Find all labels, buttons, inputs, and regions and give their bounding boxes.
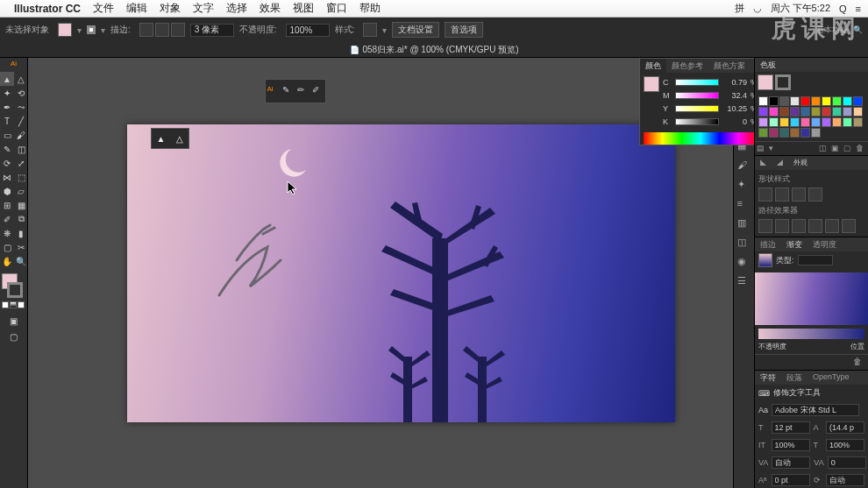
width-tool[interactable]: ⋈ (0, 170, 14, 184)
stroke-tab[interactable]: 描边 (755, 237, 781, 251)
swatch-item[interactable] (853, 96, 863, 106)
pathfinder-2-icon[interactable] (775, 187, 789, 202)
m-slider[interactable] (675, 92, 719, 99)
swatch-item[interactable] (758, 117, 768, 127)
swatch-item[interactable] (843, 107, 852, 117)
lasso-tool[interactable]: ⟲ (14, 86, 28, 100)
rect-tool[interactable]: ▭ (0, 128, 14, 142)
swatch-item[interactable] (779, 96, 789, 106)
rotate-tool[interactable]: ⟳ (0, 156, 14, 170)
line-tool[interactable]: ╱ (14, 114, 28, 128)
swatch-item[interactable] (811, 117, 821, 127)
screen-mode-full-icon[interactable]: ▢ (7, 329, 21, 343)
rotation-input[interactable] (826, 474, 864, 486)
para-tab[interactable]: 段落 (781, 371, 808, 385)
menu-view[interactable]: 视图 (293, 1, 314, 16)
float-tool-2-icon[interactable]: ✏ (297, 85, 309, 97)
symbol-sprayer-tool[interactable]: ❋ (0, 226, 14, 240)
leading-input[interactable] (826, 421, 864, 434)
pathfinder-4-icon[interactable] (808, 187, 822, 202)
strip-appearance-icon[interactable]: ◉ (737, 256, 751, 270)
strip-brushes-icon[interactable]: 🖌 (737, 159, 751, 173)
swatch-item[interactable] (769, 96, 779, 106)
swatch-item[interactable] (843, 96, 852, 106)
float-direct-selection-tool[interactable]: △ (170, 129, 189, 148)
type-tool[interactable]: T (0, 114, 14, 128)
c-slider[interactable] (675, 79, 719, 86)
wifi-icon[interactable]: ◡ (753, 3, 762, 14)
appearance-tab[interactable]: 外观 (788, 156, 813, 170)
magic-wand-tool[interactable]: ✦ (0, 86, 14, 100)
color-tab[interactable]: 颜色 (640, 59, 666, 73)
search-icon[interactable]: Q (839, 4, 847, 14)
swatch-item[interactable] (800, 96, 810, 106)
swatch-options-icon[interactable]: ◫ (819, 144, 829, 154)
fill-swatch[interactable] (58, 23, 72, 37)
swatch-item[interactable] (758, 128, 768, 138)
color-themes-tab[interactable]: 颜色方案 (708, 59, 751, 73)
gradient-mode-icon[interactable] (10, 301, 17, 308)
style-dropdown-icon[interactable]: ▾ (382, 25, 387, 35)
style-swatch[interactable] (363, 23, 377, 37)
pathfinder-3-icon[interactable] (792, 187, 806, 202)
menu-object[interactable]: 对象 (160, 1, 181, 16)
perspective-tool[interactable]: ▱ (14, 184, 28, 198)
swatch-menu-icon[interactable]: ▾ (769, 144, 779, 154)
stroke-weight-input[interactable] (190, 24, 234, 37)
hand-tool[interactable]: ✋ (0, 254, 14, 268)
stroke-swatch[interactable] (87, 25, 96, 34)
grad-delete-icon[interactable]: 🗑 (853, 357, 865, 369)
swatch-item[interactable] (790, 96, 800, 106)
swatch-item[interactable] (769, 117, 779, 127)
input-method-icon[interactable]: 拼 (735, 2, 744, 15)
swatch-item[interactable] (853, 117, 863, 127)
swatch-item[interactable] (758, 107, 768, 117)
menu-file[interactable]: 文件 (93, 1, 114, 16)
screen-mode-normal-icon[interactable]: ▣ (7, 314, 21, 328)
pf-f-icon[interactable] (842, 219, 856, 233)
swatch-item[interactable] (800, 107, 810, 117)
pathfinder-1-icon[interactable] (758, 187, 772, 202)
workspace-switcher[interactable]: 基本功能 (816, 25, 848, 36)
swatches-fill[interactable] (758, 74, 773, 90)
fill-stroke-control[interactable] (0, 273, 25, 298)
detached-selection-tools[interactable]: ▲ △ (151, 128, 189, 149)
y-slider[interactable] (675, 105, 719, 112)
ot-tab[interactable]: OpenType (808, 371, 855, 385)
swatch-item[interactable] (832, 96, 842, 106)
swatch-item[interactable] (779, 117, 789, 127)
strip-transparency-icon[interactable]: ◫ (737, 237, 751, 251)
swatch-item[interactable] (832, 117, 842, 127)
scale-tool[interactable]: ⤢ (14, 156, 28, 170)
graph-tool[interactable]: ▮ (14, 226, 28, 240)
curvature-tool[interactable]: ⤳ (14, 100, 28, 114)
menu-extra-icon[interactable]: ≡ (856, 4, 861, 14)
menu-select[interactable]: 选择 (226, 1, 247, 16)
baseline-input[interactable] (772, 474, 810, 486)
touch-type-label[interactable]: 修饰文字工具 (773, 387, 821, 399)
swatch-item[interactable] (779, 107, 789, 117)
app-name[interactable]: Illustrator CC (14, 3, 81, 15)
search-field-icon[interactable]: 🔍 (853, 25, 863, 34)
stroke-color-box[interactable] (7, 282, 23, 298)
menu-window[interactable]: 窗口 (326, 1, 347, 16)
slice-tool[interactable]: ✂ (14, 240, 28, 254)
hscale-input[interactable] (826, 439, 864, 451)
swatch-item[interactable] (832, 107, 842, 117)
grad-type-dropdown[interactable] (798, 255, 833, 265)
c-value[interactable]: 0.79 (722, 78, 747, 87)
menu-help[interactable]: 帮助 (359, 1, 381, 16)
menu-type[interactable]: 文字 (193, 1, 214, 16)
color-mode-icon[interactable] (2, 301, 9, 308)
swatch-item[interactable] (790, 128, 800, 138)
brush-def-icon[interactable] (155, 23, 169, 37)
swatch-item[interactable] (811, 128, 821, 138)
artboard-tool[interactable]: ▢ (0, 240, 14, 254)
strip-stroke-icon[interactable]: ≡ (737, 198, 751, 212)
fill-dropdown-icon[interactable]: ▾ (77, 25, 82, 35)
pf-c-icon[interactable] (792, 219, 806, 233)
pf-b-icon[interactable] (775, 219, 789, 233)
vscale-input[interactable] (772, 439, 810, 451)
artboard[interactable] (127, 124, 675, 422)
document-tab-title[interactable]: 058归来.ai* @ 100% (CMYK/GPU 预览) (363, 44, 519, 56)
